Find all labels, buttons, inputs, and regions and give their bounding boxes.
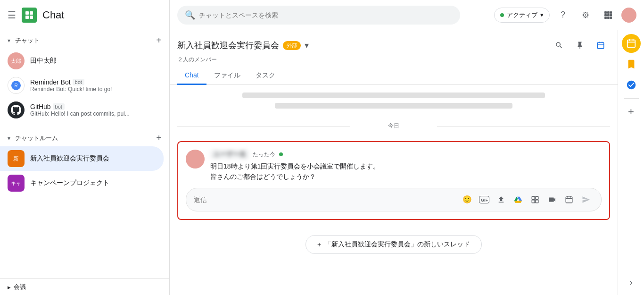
message-sender: ユーザー名 <box>210 150 249 159</box>
sidebar-item-name-tanaka: 田中太郎 <box>30 57 57 65</box>
svg-rect-11 <box>607 14 610 17</box>
apps-button[interactable] <box>599 6 618 25</box>
svg-rect-25 <box>536 200 538 203</box>
sidebar: ☰ Chat ▾ チャット + 太郎 田中太郎 <box>0 0 170 295</box>
message-line1: 明日18時より第1回実行委員会を小会議室で開催します。 <box>210 161 602 171</box>
keep-icon[interactable] <box>622 55 641 74</box>
room-section-label: チャットルーム <box>15 134 58 143</box>
plus-icon: + <box>317 241 321 248</box>
chat-main: 新入社員歓迎会実行委員会 外部 ▾ <box>170 30 618 295</box>
chat-header: 新入社員歓迎会実行委員会 外部 ▾ <box>170 30 618 85</box>
toggle-icon: ▾ <box>8 37 10 44</box>
svg-rect-1 <box>25 11 29 15</box>
status-badge[interactable]: アクティブ ▾ <box>494 8 550 23</box>
sidebar-item-reminder[interactable]: R Reminder Bot bot Reminder Bot: Quick! … <box>0 73 164 98</box>
sidebar-item-tanaka[interactable]: 太郎 田中太郎 <box>0 49 164 73</box>
help-button[interactable]: ? <box>553 6 572 25</box>
sidebar-item-room1[interactable]: 新 新入社員歓迎会実行委員会 <box>0 146 164 171</box>
status-dot <box>500 13 504 17</box>
hamburger-icon[interactable]: ☰ <box>8 9 16 21</box>
sidebar-item-name-room2: キャンペーンプロジェクト <box>30 179 109 187</box>
online-dot <box>279 152 283 156</box>
main-area: 🔍 アクティブ ▾ ? ⚙ <box>170 0 644 295</box>
add-app-icon[interactable]: + <box>622 102 641 121</box>
add-chat-icon[interactable]: + <box>156 35 162 46</box>
meeting-label: 会議 <box>14 283 26 291</box>
status-label: アクティブ <box>507 11 537 19</box>
chat-search-button[interactable] <box>550 36 569 55</box>
calendar-icon-btn[interactable] <box>591 36 610 55</box>
calendar-app-icon[interactable] <box>622 34 641 53</box>
svg-rect-7 <box>604 11 607 14</box>
svg-rect-8 <box>607 11 610 14</box>
pin-button[interactable] <box>570 36 589 55</box>
svg-text:R: R <box>14 83 17 88</box>
calendar-button[interactable] <box>561 192 577 207</box>
topbar: 🔍 アクティブ ▾ ? ⚙ <box>170 0 644 30</box>
upload-button[interactable] <box>494 192 509 207</box>
avatar-room1: 新 <box>8 150 25 167</box>
tab-files[interactable]: ファイル <box>206 67 248 85</box>
chat-section: ▾ チャット + 太郎 田中太郎 R <box>0 30 169 124</box>
status-chevron: ▾ <box>540 11 544 18</box>
chat-section-label: チャット <box>15 36 40 45</box>
right-sidebar: + › <box>618 30 644 295</box>
avatar-github <box>8 101 25 118</box>
chat-title: 新入社員歓迎会実行委員会 <box>177 40 279 51</box>
new-thread-button[interactable]: + 「新入社員歓迎会実行委員会」の新しいスレッド <box>305 235 482 254</box>
sidebar-item-name-github: GitHub <box>30 103 51 110</box>
avatar-reminder: R <box>8 77 25 94</box>
svg-rect-26 <box>566 197 572 203</box>
blurred-messages <box>177 93 610 110</box>
message-line2: 皆さんのご都合はどうでしょうか？ <box>210 171 602 182</box>
app-logo <box>22 8 37 23</box>
message-time: たった今 <box>253 151 275 159</box>
tab-tasks[interactable]: タスク <box>248 67 283 85</box>
reply-box: 🙂 GIF <box>186 188 602 211</box>
add-room-icon[interactable]: + <box>156 133 162 143</box>
sidebar-item-preview-reminder: Reminder Bot: Quick! time to go! <box>30 86 112 93</box>
svg-rect-13 <box>604 17 607 19</box>
app-title: Chat <box>42 9 64 21</box>
message-text: 明日18時より第1回実行委員会を小会議室で開催します。 皆さんのご都合はどうでし… <box>210 161 602 182</box>
gif-button[interactable]: GIF <box>477 192 492 207</box>
new-thread-area: + 「新入社員歓迎会実行委員会」の新しいスレッド <box>177 228 610 261</box>
user-avatar[interactable] <box>621 8 636 23</box>
svg-rect-9 <box>610 11 612 14</box>
tab-chat[interactable]: Chat <box>177 67 206 85</box>
bot-badge-github: bot <box>53 103 65 110</box>
search-box[interactable]: 🔍 <box>177 6 460 25</box>
meeting-toggle-icon: ▸ <box>8 284 11 291</box>
chat-subtitle: ２人のメンバー <box>177 56 610 64</box>
sidebar-item-name-room1: 新入社員歓迎会実行委員会 <box>30 154 109 163</box>
settings-button[interactable]: ⚙ <box>576 6 595 25</box>
sidebar-item-github[interactable]: GitHub bot GitHub: Hello! I can post com… <box>0 98 164 122</box>
dropdown-icon[interactable]: ▾ <box>305 40 309 51</box>
drive-button[interactable] <box>511 192 526 207</box>
svg-rect-24 <box>532 200 535 203</box>
tasks-button[interactable] <box>528 192 543 207</box>
meeting-section[interactable]: ▸ 会議 <box>0 279 169 295</box>
room-toggle-icon: ▾ <box>8 135 10 142</box>
svg-rect-0 <box>22 8 37 23</box>
svg-rect-23 <box>536 196 538 199</box>
tasks-app-icon[interactable] <box>622 76 641 94</box>
emoji-button[interactable]: 🙂 <box>460 192 475 207</box>
sidebar-item-preview-github: GitHub: Hello! I can post commits, pul..… <box>30 110 130 117</box>
chat-area: 新入社員歓迎会実行委員会 外部 ▾ <box>170 30 644 295</box>
chat-section-header[interactable]: ▾ チャット + <box>0 32 169 49</box>
sidebar-chevron[interactable]: › <box>626 274 636 291</box>
right-sidebar-divider <box>624 98 639 99</box>
reply-input[interactable] <box>194 196 456 203</box>
sidebar-header: ☰ Chat <box>0 0 169 30</box>
message-highlight: ユーザー名 たった今 明日18時より第1回実行委員会を小会議室で開催します。 皆… <box>177 141 610 220</box>
message-row: ユーザー名 たった今 明日18時より第1回実行委員会を小会議室で開催します。 皆… <box>186 150 602 182</box>
search-input[interactable] <box>199 11 453 19</box>
room-section: ▾ チャットルーム + 新 新入社員歓迎会実行委員会 キャ キャンペーンプロジェ… <box>0 128 169 197</box>
video-button[interactable] <box>545 192 560 207</box>
send-button[interactable] <box>578 192 594 207</box>
svg-rect-14 <box>607 17 610 19</box>
room-section-header[interactable]: ▾ チャットルーム + <box>0 130 169 146</box>
svg-rect-16 <box>597 42 604 49</box>
sidebar-item-room2[interactable]: キャ キャンペーンプロジェクト <box>0 171 164 195</box>
